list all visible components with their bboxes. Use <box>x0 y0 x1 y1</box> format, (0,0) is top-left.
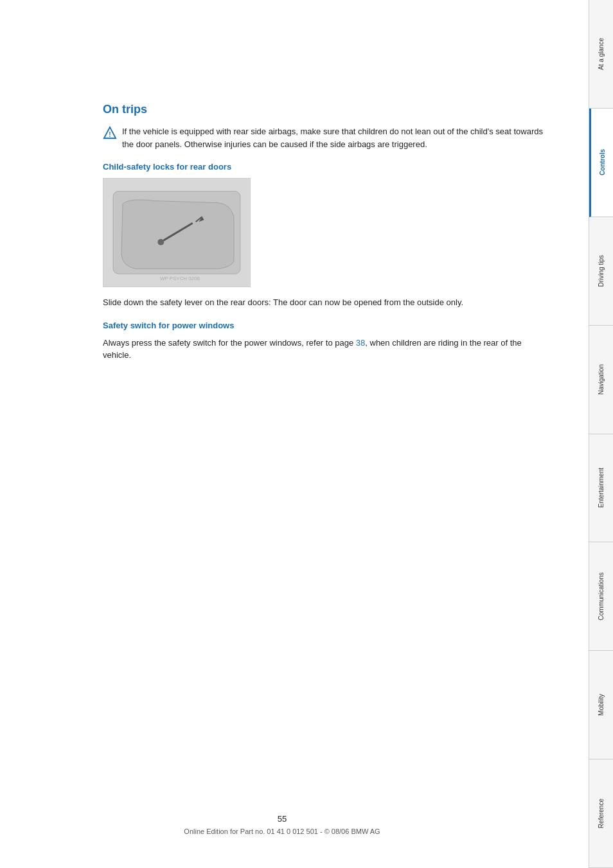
page-number: 55 <box>0 814 564 824</box>
warning-icon: ! <box>103 126 117 140</box>
page-container: On trips ! If the vehicle is equipped wi… <box>0 0 613 868</box>
tab-controls[interactable]: Controls <box>589 109 613 217</box>
tab-navigation[interactable]: Navigation <box>589 326 613 434</box>
svg-point-6 <box>157 239 164 245</box>
tab-at-a-glance[interactable]: At a glance <box>589 0 613 109</box>
tab-driving-tips[interactable]: Driving tips <box>589 217 613 326</box>
sidebar-tabs: At a glance Controls Driving tips Naviga… <box>589 0 613 868</box>
car-door-image: WP PSYCH 0208 <box>103 178 251 287</box>
tab-mobility[interactable]: Mobility <box>589 651 613 759</box>
tab-reference[interactable]: Reference <box>589 759 613 868</box>
section-title: On trips <box>103 103 550 116</box>
child-safety-body: Slide down the safety lever on the rear … <box>103 296 550 309</box>
warning-text: If the vehicle is equipped with rear sid… <box>122 125 550 150</box>
svg-text:!: ! <box>109 131 111 138</box>
tab-communications[interactable]: Communications <box>589 542 613 651</box>
warning-block: ! If the vehicle is equipped with rear s… <box>103 125 550 150</box>
svg-text:WP PSYCH 0208: WP PSYCH 0208 <box>160 276 200 281</box>
page-footer: 55 Online Edition for Part no. 01 41 0 0… <box>0 814 564 836</box>
footer-note: Online Edition for Part no. 01 41 0 012 … <box>184 828 380 835</box>
safety-switch-section: Safety switch for power windows Always p… <box>103 321 550 362</box>
safety-switch-text-before: Always press the safety switch for the p… <box>103 338 356 348</box>
safety-switch-body: Always press the safety switch for the p… <box>103 337 550 362</box>
child-safety-title: Child-safety locks for rear doors <box>103 162 550 172</box>
main-content: On trips ! If the vehicle is equipped wi… <box>0 0 589 868</box>
page-link-38[interactable]: 38 <box>356 338 365 348</box>
child-safety-section: Child-safety locks for rear doors <box>103 162 550 309</box>
tab-entertainment[interactable]: Entertainment <box>589 434 613 543</box>
safety-switch-title: Safety switch for power windows <box>103 321 550 330</box>
